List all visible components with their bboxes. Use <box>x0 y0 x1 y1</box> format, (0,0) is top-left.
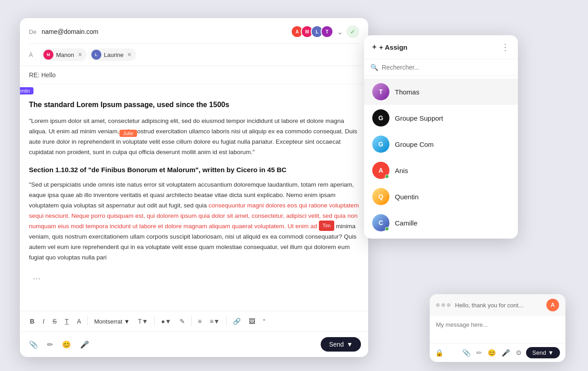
email-compose-panel: De name@domain.com A M L T ⌄ ✓ À M Manon… <box>20 18 368 357</box>
dropdown-chevron[interactable]: ⌄ <box>337 28 343 36</box>
from-right-controls: A M L T ⌄ ✓ <box>291 25 359 38</box>
underline-button[interactable]: T <box>62 316 71 327</box>
body-para1: "Lorem ipsum dolor sit amet, consectetur… <box>29 116 359 158</box>
chat-settings-button[interactable]: ⚙ <box>515 348 522 358</box>
groupe-com-name: Groupe Com <box>395 141 434 148</box>
toolbar-separator-2 <box>154 317 155 326</box>
chat-send-button[interactable]: Send ▼ <box>526 347 560 358</box>
assign-item-thomas[interactable]: T Thomas <box>364 79 518 105</box>
chat-panel: Hello, thank you for cont... A 🔒 📎 ✏ 😊 🎤… <box>430 294 565 362</box>
quentin-avatar: Q <box>372 188 389 205</box>
thomas-name: Thomas <box>395 88 419 96</box>
from-label: De <box>29 28 42 35</box>
assign-search-bar: 🔍 <box>364 59 518 76</box>
chat-audio-button[interactable]: 🎤 <box>501 348 511 358</box>
avatar-stack: A M L T <box>291 25 333 38</box>
to-label: À <box>29 52 42 58</box>
assign-button[interactable]: + + Assign <box>372 43 408 51</box>
lock-icon: 🔒 <box>435 349 444 357</box>
manon-avatar: M <box>43 50 53 60</box>
chat-dot-3 <box>447 303 450 307</box>
more-content-button[interactable]: … <box>29 270 44 283</box>
assign-list: T Thomas G Groupe Support G Groupe Com A… <box>364 76 518 239</box>
remove-manon-button[interactable]: ✕ <box>77 52 82 57</box>
chat-send-chevron-icon: ▼ <box>548 349 554 356</box>
email-to-row: À M Manon ✕ L Laurine ✕ <box>29 44 359 66</box>
chat-edit-button[interactable]: ✏ <box>475 348 483 358</box>
emoji-button[interactable]: 😊 <box>60 338 73 351</box>
image-button[interactable]: 🖼 <box>246 316 258 327</box>
attach-button[interactable]: 📎 <box>27 338 40 351</box>
font-family-button[interactable]: Montserrat ▼ <box>91 316 133 327</box>
send-chevron-icon: ▼ <box>346 341 353 348</box>
email-subject: RE: Hello <box>20 66 368 85</box>
anis-avatar: A <box>372 162 389 179</box>
search-icon: 🔍 <box>370 64 378 71</box>
assign-more-button[interactable]: ⋮ <box>501 42 510 52</box>
italic-button[interactable]: I <box>40 316 47 327</box>
online-dot <box>385 174 389 178</box>
quentin-cursor-tag: Quentin <box>20 87 33 94</box>
chat-header: Hello, thank you for cont... A <box>430 294 565 316</box>
body-para2: "Sed ut perspiciatis unde omnis iste nat… <box>29 180 359 263</box>
list-button[interactable]: ≡ <box>195 316 204 327</box>
tim-cursor-tag: Tim <box>319 221 334 231</box>
body-heading-1: The standard Lorem Ipsum passage, used s… <box>29 100 359 110</box>
anis-name: Anis <box>395 167 408 174</box>
assign-item-anis[interactable]: A Anis <box>364 157 518 183</box>
avatar: T <box>321 25 333 38</box>
chat-preview-text: Hello, thank you for cont... <box>455 302 546 309</box>
toolbar-separator-3 <box>191 317 192 326</box>
groupe-com-avatar: G <box>372 136 389 153</box>
send-label: Send <box>329 341 344 348</box>
check-button[interactable]: ✓ <box>346 25 359 38</box>
chat-emoji-button[interactable]: 😊 <box>487 348 497 358</box>
color-fill-button[interactable]: ●▼ <box>158 316 174 327</box>
chat-body[interactable] <box>430 316 565 343</box>
bold-button[interactable]: B <box>27 316 37 327</box>
align-button[interactable]: ≡▼ <box>207 316 223 327</box>
from-address: name@domain.com <box>42 28 291 35</box>
chat-toolbar: 🔒 📎 ✏ 😊 🎤 ⚙ Send ▼ <box>430 343 565 362</box>
email-footer: 📎 ✏ 😊 🎤 Send ▼ <box>20 331 368 357</box>
chat-dots <box>436 303 450 307</box>
chat-dot-1 <box>436 303 440 307</box>
link-button[interactable]: 🔗 <box>230 316 243 327</box>
audio-button[interactable]: 🎤 <box>78 338 91 351</box>
chat-message-input[interactable] <box>436 321 559 338</box>
recipient-chip-manon[interactable]: M Manon ✕ <box>42 48 87 61</box>
assign-title: + Assign <box>379 43 407 51</box>
quote-button[interactable]: “ <box>261 316 268 327</box>
assign-item-groupe-support[interactable]: G Groupe Support <box>364 105 518 131</box>
edit-button[interactable]: ✏ <box>45 338 55 351</box>
email-body: Quentin The standard Lorem Ipsum passage… <box>20 85 368 311</box>
toolbar-separator-4 <box>226 317 227 326</box>
assign-item-quentin[interactable]: Q Quentin <box>364 183 518 210</box>
assign-item-groupe-com[interactable]: G Groupe Com <box>364 131 518 157</box>
text-color-button[interactable]: A <box>74 316 84 327</box>
chat-user-avatar: A <box>546 299 559 311</box>
chat-send-label: Send <box>532 349 546 356</box>
toolbar-separator-1 <box>87 317 88 326</box>
laurine-name: Laurine <box>104 52 123 58</box>
strikethrough-button[interactable]: S <box>50 316 59 327</box>
body-heading-2: Section 1.10.32 of "de Finibus Bonorum e… <box>29 165 359 174</box>
highlight-button[interactable]: ✎ <box>177 316 188 327</box>
search-input[interactable] <box>382 64 512 71</box>
send-button[interactable]: Send ▼ <box>321 337 361 352</box>
recipient-chip-laurine[interactable]: L Laurine ✕ <box>90 48 136 61</box>
thomas-avatar: T <box>372 83 389 100</box>
text-size-button[interactable]: T▼ <box>135 316 151 327</box>
groupe-support-avatar: G <box>372 109 389 127</box>
chat-dot-2 <box>441 303 445 307</box>
julie-cursor-tag: Julie <box>119 130 137 137</box>
camille-online-dot <box>385 227 389 231</box>
plus-icon: + <box>372 43 376 51</box>
quentin-name: Quentin <box>395 193 419 201</box>
remove-laurine-button[interactable]: ✕ <box>126 52 132 57</box>
assign-header: + + Assign ⋮ <box>364 35 518 59</box>
manon-name: Manon <box>56 52 74 58</box>
chat-attach-button[interactable]: 📎 <box>461 348 472 358</box>
assign-item-camille[interactable]: C Camille <box>364 210 518 236</box>
email-from-row: De name@domain.com A M L T ⌄ ✓ <box>29 25 359 44</box>
